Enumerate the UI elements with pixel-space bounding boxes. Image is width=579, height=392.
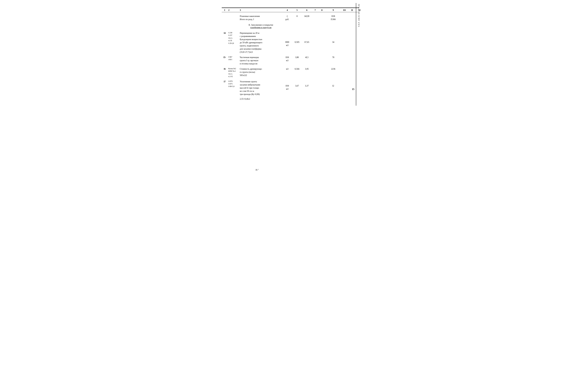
header-col-6: 6 [302,9,312,11]
section-ii-line2: платформи и пандусов [240,26,282,29]
row-i6-ref2: ЕРЕР № I [228,70,240,72]
section-ii-line1: II. Заполнение и покрытие [240,24,282,26]
row-i6: I6 Кальк.№2 ЕРЕР № I тех.ч. п.2-I2 Стоим… [222,66,359,78]
row-i5-col4: IO0 м3 [282,56,292,62]
row-i4-desc1: Перемещение на 20 м [240,31,282,35]
plan-col9-line2: I5366 [326,18,341,21]
row-i4-col9: 34 [326,31,341,44]
formula-text: 2,55+0,4Iх2 [240,97,282,101]
row-i4-col5: 0,505 [292,31,302,44]
plan-accumulation-row: Плановые накопления Итого по разд. I ζ р… [222,12,359,22]
row-i7-ref1: I-II70 [228,80,240,83]
row-i7-desc3: массой 6т при толщи- [240,86,282,89]
row-i4-desc6: для засыпки платформы [240,47,282,51]
row-i5-col6: 4I,5 [302,56,312,59]
row-i4-col2: I-230 I-237 тех.ч. п.I.II I-29-I,8 [228,31,240,45]
row-i7-ref3: I-II8-5,6 [228,85,240,88]
row-i7-unit: м3 [282,87,292,91]
row-i4-col6: 67,65 [302,31,312,44]
row-i6-ref1: Кальк.№2 [228,67,240,70]
row-i4-col4: I000 м3 [282,31,292,47]
row-i5-qty: IO0 [282,56,292,59]
header-col-3: 3 [240,9,282,11]
row-i4-desc7: (33,8+27,7)хI,I [240,51,282,54]
header-row: I 2 3 4 5 6 7 8 9 IO II I2 [222,8,359,12]
row-i4-desc2: с разравниванием [240,35,282,38]
header-col-5: 5 [292,9,302,11]
row-i6-desc2: го грунта (песка) [240,70,282,74]
row-i6-ref4: п.2-I2 [228,75,240,78]
page-container: I 2 3 4 5 6 7 8 9 IO II I2 Плановые нако… [217,3,362,106]
row-i5-col3: Частичная перекидка грунта I гр. вручную… [240,56,282,65]
row-i6-col3: Стоимость дренирующе- го грунта (песка) … [240,67,282,77]
header-col-7: 7 [312,9,318,11]
row-i4-ref5: I-29-I,8 [228,42,240,45]
row-i7-desc5: три прохода (Ку=0,90) [240,93,282,96]
row-plan-col6: I4228 [302,15,312,18]
is-annotation: IS '' [256,169,259,171]
row-i7-desc4: не слоя 50 см за [240,89,282,93]
row-i5-desc2: грунта I гр. вручную [240,59,282,62]
row-i6-col1: I6 [222,67,228,70]
row-i4-ref2: I-237 [228,34,240,37]
content-area: Плановые накопления Итого по разд. I ζ р… [222,12,359,101]
row-i6-col4: м3 [282,67,292,70]
vertical-sidebar: Т.П.Р. АМ.IХ 501-07-5.84 [356,3,362,106]
row-i4-desc4: до 59 кВт дренирующего [240,41,282,44]
row-i6-unit: м3 [282,67,292,70]
row-i7-col5: 3,67 [292,80,302,87]
row-i4-qty: I000 [282,41,292,44]
row-i6-col9: 2236 [326,67,341,70]
row-i5-col1: I5· [222,56,228,59]
row-i4-col1: I4 [222,31,228,35]
header-col-10: IO [341,9,348,11]
row-i4-col3: Перемещение на 20 м с разравниванием бул… [240,31,282,54]
row-i7-desc2: засыпки виброкатками [240,83,282,86]
row-i6-col2: Кальк.№2 ЕРЕР № I тех.ч. п.2-I2 [228,67,240,78]
row-i4-ref4: п.I.II [228,39,240,42]
row-i6-ref3: тех.ч. [228,73,240,75]
row-i5: I5· I-967 i-8I-I Частичная перекидка гру… [222,54,359,66]
section-ii-title-row: II. Заполнение и покрытие платформи и па… [222,22,359,30]
header-col-9: 9 [326,9,341,11]
plan-col9-line1: II38 [326,15,341,18]
row-i5-desc3: и отснпка пандусов [240,62,282,65]
row-i7-col1: I7 [222,80,228,83]
header-col-2: 2 [228,9,240,11]
row-plan-col5: 8 [292,15,302,18]
row-i7-col3: Уплотнение грунта засыпки виброкатками м… [240,80,282,96]
row-i4-ref3: тех.ч. [228,37,240,39]
row-i5-col5: I,88 [292,56,302,59]
row-i4-unit: м3 [282,44,292,47]
row-i4-ref1: I-230 [228,31,240,34]
row-i5-col2: I-967 i-8I-I [228,56,240,61]
plan-line2: Итого по разд. I [240,18,282,21]
row-i7-col9: I2 [326,80,341,87]
plan-line1: Плановые накопления [240,15,282,18]
header-col-11: II [348,9,356,11]
row-i4-desc3: бульдозером мощностью [240,38,282,41]
row-i6-desc1: Стоимость дренирующе- [240,67,282,70]
row-i5-unit: м3 [282,59,292,62]
row-i5-ref2: i-8I-I [228,58,240,61]
sidebar-vertical-text: Т.П.Р. АМ.IХ 501-07-5.84 [358,4,360,27]
row-i7-qty: IO0 [282,84,292,87]
page-number: 15 [352,88,354,91]
row-i7: I7 I-II70 I-II75 I-II8-5,6 Уплотнение гр… [222,78,359,96]
plan-col4-val: ζ [282,15,292,18]
plan-col4-unit: руб. [282,18,292,21]
row-i7-desc1: Уплотнение грунта [240,80,282,83]
row-i5-desc1: Частичная перекидка [240,56,282,59]
formula-row: 2,55+0,4Iх2 [222,96,359,101]
header-col-4: 4 [282,9,292,11]
row-i4: I4 I-230 I-237 тех.ч. п.I.II I-29-I,8 Пе… [222,30,359,54]
row-i7-ref2: I-II75 [228,83,240,85]
row-plan-col4: ζ руб. [282,15,292,21]
row-i7-col2: I-II70 I-II75 I-II8-5,6 [228,80,240,88]
row-plan-col9: II38 I5366 [326,15,341,21]
section-ii-col2 [228,24,240,29]
header-col-8: 8 [318,9,326,11]
row-i5-ref1: I-967 [228,56,240,58]
row-i7-col4: IO0 м3 [282,80,292,91]
row-i5-col9: 78 [326,56,341,59]
